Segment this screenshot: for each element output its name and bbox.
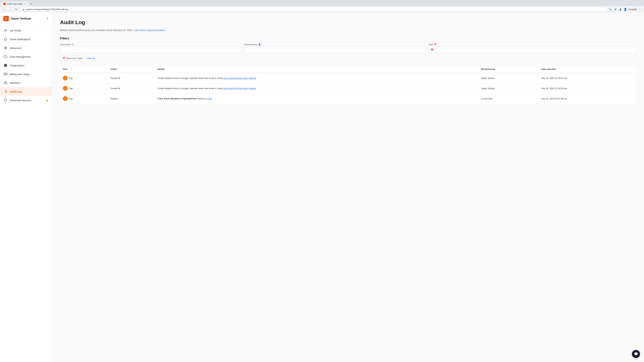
detail-link[interactable]: Trash: [206, 97, 212, 100]
sidebar-item-label: Advanced Security: [10, 99, 31, 102]
new-tab-button[interactable]: +: [29, 1, 34, 6]
page-description: Monitor actions performed by your member…: [60, 28, 636, 32]
tab-title: Audit Log | Zapier: [7, 3, 24, 5]
col-details: Details: [155, 65, 478, 73]
col-item: Item: [60, 65, 108, 73]
table-row: ⚡ZapTurned offCreate detailed event in G…: [60, 73, 636, 83]
sidebar-item-members[interactable]: Members: [0, 78, 52, 87]
clear-all-link[interactable]: Clear all: [87, 57, 95, 59]
cell-date: Nov 16, 2023 12:30:26 am: [539, 83, 636, 93]
zap-icon: ⚡: [63, 96, 68, 101]
col-date-time: Date and time: [539, 65, 636, 73]
svg-rect-7: [4, 64, 7, 67]
profile-button[interactable]: 👤: [623, 7, 628, 11]
filters-section: Filters Action/Item ✏️ Performed by 👤: [60, 37, 636, 61]
detail-text: Create detailed event in Google Calendar…: [158, 77, 223, 79]
detail-text: moved to: [196, 97, 206, 100]
sidebar-item-email-notifications[interactable]: Email Notifications: [0, 35, 52, 43]
sidebar-item-label: Audit Log: [10, 90, 22, 93]
sidebar-close-button[interactable]: ×: [46, 17, 48, 21]
filter-date-label: Date 📅: [428, 43, 636, 46]
sidebar-item-label: Organization: [10, 64, 24, 67]
detail-link[interactable]: Zap turned off while being deleted: [223, 87, 256, 90]
zap-icon: ⚡: [63, 86, 68, 91]
cloud-icon: [3, 54, 8, 59]
sidebar-item-label: My Profile: [10, 29, 21, 32]
address-bar[interactable]: 🔒 zapier.com/app/settings/17062338/audit…: [20, 7, 606, 11]
cell-performed-by: Lauren Deli: [478, 93, 539, 104]
browser-toolbar-actions: 🔍 ★ ◑ 👤 Incognito ⋮: [608, 7, 642, 11]
filters-row: Action/Item ✏️ Performed by 👤 Date: [60, 43, 636, 53]
cell-action: Turned off: [108, 73, 155, 83]
browser-tab-active[interactable]: Audit Log | Zapier ×: [1, 2, 28, 6]
zap-label: Zap: [69, 97, 72, 100]
page-title: Audit Log: [60, 19, 636, 25]
description-text: Monitor actions performed by your member…: [60, 29, 133, 31]
date-input-wrapper: 📅: [428, 47, 636, 53]
svg-point-0: [5, 29, 6, 30]
zap-icon: ⚡: [63, 76, 68, 80]
tag-calendar-icon: 📅: [62, 57, 65, 59]
person-icon: 👤: [258, 43, 261, 46]
sidebar-item-audit-log[interactable]: Audit Log: [0, 87, 52, 96]
filter-action-item: Action/Item ✏️: [60, 43, 242, 53]
sidebar-item-label: Data Management: [10, 55, 31, 58]
date-last-7-days-tag[interactable]: 📅 Date Last 7 days: [60, 56, 85, 61]
svg-rect-8: [4, 73, 7, 75]
filter-tags-row: 📅 Date Last 7 days Clear all: [60, 56, 636, 61]
sidebar-item-label: Billing and Usage: [10, 73, 30, 76]
cell-action: Deleted: [108, 93, 155, 104]
cell-details: Create detailed event in Google Calendar…: [155, 73, 478, 83]
cell-date: Nov 16, 2023 12:30:26 am: [539, 73, 636, 83]
sidebar-title: Zapier Settings: [11, 17, 31, 20]
zap-label: Zap: [69, 77, 72, 79]
filters-title: Filters: [60, 37, 636, 40]
zapier-logo-z: Z: [5, 17, 7, 20]
cell-action: Turned off: [108, 83, 155, 93]
bookmark-button[interactable]: ★: [614, 7, 617, 11]
svg-point-5: [6, 48, 6, 48]
svg-point-4: [5, 47, 5, 47]
sidebar-item-label: Advanced: [10, 46, 21, 49]
sliders-icon: [3, 46, 8, 50]
edit-icon: ✏️: [72, 43, 74, 46]
sidebar-item-organization[interactable]: Organization: [0, 61, 52, 70]
performed-by-input[interactable]: [244, 47, 426, 53]
action-item-input[interactable]: [60, 47, 242, 53]
browser-chrome: Audit Log | Zapier × + ← → ↻ 🔒 zapier.co…: [0, 0, 644, 12]
filter-performed-by-label: Performed by 👤: [244, 43, 426, 46]
profile-label: Incognito: [629, 8, 637, 10]
sidebar-item-advanced[interactable]: Advanced: [0, 43, 52, 52]
table-body: ⚡ZapTurned offCreate detailed event in G…: [60, 73, 636, 104]
sidebar-item-billing-usage[interactable]: Billing and Usage: [0, 70, 52, 78]
cell-details: Track Slack Mentions in Spreadsheet move…: [155, 93, 478, 104]
sidebar-item-advanced-security[interactable]: Advanced Security 🔒: [0, 96, 52, 105]
search-page-button[interactable]: 🔍: [608, 7, 613, 11]
menu-button[interactable]: ⋮: [638, 7, 642, 11]
cell-item: ⚡Zap: [60, 73, 108, 83]
back-button[interactable]: ←: [2, 7, 7, 11]
forward-button[interactable]: →: [8, 7, 13, 11]
sidebar-item-data-management[interactable]: Data Management: [0, 52, 52, 61]
learn-more-link[interactable]: Learn about supported actions.: [133, 29, 166, 31]
chat-icon: 💬: [634, 352, 638, 356]
sidebar-item-my-profile[interactable]: My Profile: [0, 26, 52, 35]
tab-close-button[interactable]: ×: [25, 3, 26, 5]
table-header: Item Action Details Performed by Date an…: [60, 65, 636, 73]
chat-bubble-button[interactable]: 💬: [632, 350, 640, 358]
tab-favicon: [3, 3, 6, 5]
filter-date: Date 📅 📅: [428, 43, 636, 53]
detail-text-bold: Track Slack Mentions in Spreadsheet: [158, 97, 196, 100]
calendar-inline-icon: 📅: [430, 48, 434, 51]
reload-button[interactable]: ↻: [14, 7, 18, 11]
cell-item: ⚡Zap: [60, 93, 108, 104]
date-tag-label: Date Last 7 days: [66, 57, 83, 59]
list-icon: [3, 89, 8, 94]
detail-link[interactable]: Zap turned off while being deleted: [223, 77, 256, 79]
date-input[interactable]: [428, 47, 636, 53]
lock-icon: 🔒: [22, 8, 25, 10]
person-icon: [3, 28, 8, 33]
extensions-button[interactable]: ◑: [618, 7, 622, 11]
table-row: ⚡ZapTurned offCreate detailed event in G…: [60, 83, 636, 93]
audit-table: Item Action Details Performed by Date an…: [60, 65, 636, 104]
